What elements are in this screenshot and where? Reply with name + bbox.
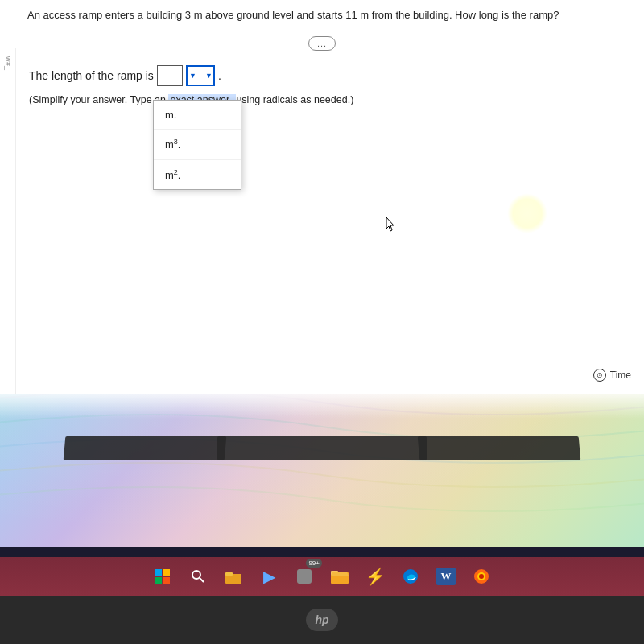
dropdown-item-m3[interactable]: m3. (154, 130, 241, 159)
more-options-bar: ... (0, 31, 644, 56)
taskbar: ▶ 99+ ⚡ W (0, 557, 644, 596)
svg-line-5 (200, 578, 204, 582)
svg-rect-1 (163, 569, 170, 576)
unit-dropdown-wrapper: ▼ (186, 65, 215, 86)
more-options-button[interactable]: ... (308, 36, 336, 51)
simplify-text-part1: (Simplify your answer. Type an (29, 94, 166, 105)
question-text: An access ramp enters a building 3 m abo… (27, 9, 559, 21)
dropdown-item-m[interactable]: m. (154, 101, 241, 130)
dark-band-1 (64, 436, 227, 460)
hp-text: hp (315, 613, 328, 626)
time-indicator: ⊙ Time (593, 369, 631, 382)
notification-badge: 99+ (306, 559, 322, 568)
dark-band-center (217, 436, 427, 460)
svg-rect-3 (163, 577, 170, 584)
answer-line: The length of the ramp is ▼ . (29, 65, 631, 86)
folder-button[interactable] (327, 564, 353, 589)
answer-area: The length of the ramp is ▼ . (Simplify … (16, 56, 644, 118)
word-icon: W (436, 568, 456, 585)
unit-dropdown-popup: m. m3. m2. (153, 100, 242, 190)
dark-band-2 (418, 436, 581, 460)
answer-input[interactable] (157, 65, 183, 86)
mouse-cursor (386, 217, 396, 232)
svg-marker-10 (331, 572, 349, 576)
notification-icon-wrapper: 99+ (291, 564, 317, 589)
answer-prefix: The length of the ramp is (29, 69, 154, 82)
period-after-unit: . (218, 69, 221, 82)
media-player-button[interactable]: ▶ (256, 564, 282, 589)
flash-button[interactable]: ⚡ (362, 564, 388, 589)
question-header: An access ramp enters a building 3 m abo… (16, 0, 644, 31)
dropdown-item-m2[interactable]: m2. (154, 160, 241, 189)
edge-browser-button[interactable] (398, 564, 423, 589)
dropdown-label-m3: m3. (165, 138, 180, 151)
svg-rect-2 (155, 577, 162, 584)
simplify-note: (Simplify your answer. Type an exact ans… (29, 93, 631, 108)
time-label: Time (610, 369, 631, 381)
time-icon: ⊙ (593, 369, 606, 382)
light-orb (507, 193, 547, 233)
svg-point-14 (479, 574, 484, 579)
notification-icon (297, 569, 312, 584)
dropdown-label-m: m. (165, 109, 176, 121)
sidebar-text-hash: #_ (4, 62, 12, 70)
svg-rect-7 (225, 572, 233, 576)
firefox-button[interactable] (469, 564, 494, 589)
svg-point-4 (192, 571, 200, 579)
dropdown-label-m2: m2. (165, 168, 180, 181)
hp-logo: hp (306, 609, 338, 631)
file-explorer-button[interactable] (221, 564, 246, 589)
windows-start-button[interactable] (150, 564, 175, 589)
left-sidebar: w #_ (0, 48, 16, 394)
unit-dropdown-trigger[interactable]: ▼ (186, 65, 215, 86)
search-button[interactable] (185, 564, 211, 589)
word-button[interactable]: W (433, 564, 459, 589)
simplify-text-part2: using radicals as needed.) (236, 94, 353, 105)
hp-logo-area: hp (0, 596, 644, 644)
svg-rect-0 (155, 569, 162, 576)
